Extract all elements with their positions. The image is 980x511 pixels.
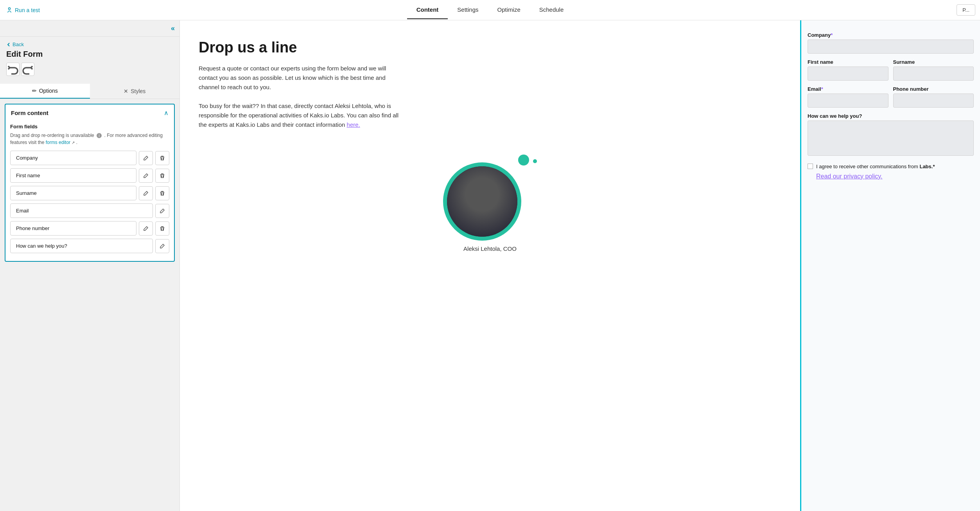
name-row: First name Surname [808,54,974,81]
edit-form-title: Edit Form [6,50,173,59]
teal-circle-tiny [533,159,537,163]
privacy-link[interactable]: Read our privacy policy. [816,173,883,180]
field-label: How can we help you? [10,239,153,253]
form-content-section: Form content ∧ Form fields Drag and drop… [5,104,175,262]
field-row-phone: Phone number [10,221,169,236]
company-field-label: Company* [808,32,974,38]
field-row-firstname: First name [10,168,169,183]
phone-label: Phone number [893,86,974,92]
person-name: Aleksi Lehtola, COO [199,245,781,252]
main-layout: « Back Edit Form [0,20,980,511]
delete-field-button[interactable] [155,221,169,236]
top-nav-tabs: Content Settings Optimize Schedule [407,1,573,19]
surname-col: Surname [893,54,974,81]
top-nav: Run a test Content Settings Optimize Sch… [0,0,980,20]
person-graphic [435,139,545,241]
sidebar-collapse: « [0,20,179,37]
field-label: Phone number [10,221,136,236]
firstname-input[interactable] [808,67,888,81]
publish-button[interactable]: P... [957,4,975,16]
center-content: Drop us a line Request a quote or contac… [180,20,800,511]
svg-point-0 [9,7,11,9]
page-heading: Drop us a line [199,39,781,56]
field-label: Company [10,151,136,165]
field-row-surname: Surname [10,186,169,200]
styles-tab[interactable]: ✕ Styles [90,84,180,99]
info-icon: i [97,133,102,138]
chevron-up-icon: ∧ [164,109,169,117]
field-label: Surname [10,186,136,200]
right-form-panel: Company* First name Surname Email* Phone… [800,20,980,511]
consent-checkbox[interactable] [808,164,813,169]
phone-col: Phone number [893,81,974,108]
form-fields-section: Form fields Drag and drop re-ordering is… [5,121,174,261]
undo-redo-group [6,63,173,76]
edit-field-button[interactable] [139,221,153,236]
firstname-label: First name [808,59,888,65]
field-row-email: Email [10,203,169,218]
sidebar-header: Back Edit Form [0,37,179,84]
email-col: Email* [808,81,888,108]
field-label: Email [10,203,153,218]
phone-input[interactable] [893,94,974,108]
firstname-col: First name [808,54,888,81]
edit-field-button[interactable] [139,169,153,183]
x-icon: ✕ [124,88,128,94]
back-link[interactable]: Back [6,41,173,47]
undo-button[interactable] [6,63,20,76]
consent-checkbox-row: I agree to receive other communications … [808,163,974,171]
delete-field-button[interactable] [155,169,169,183]
delete-field-button[interactable] [155,151,169,165]
surname-input[interactable] [893,67,974,81]
options-tab[interactable]: ✏ Options [0,84,90,99]
form-fields-desc: Drag and drop re-ordering is unavailable… [10,132,169,146]
email-phone-row: Email* Phone number [808,81,974,108]
edit-field-button[interactable] [155,239,169,253]
form-fields-title: Form fields [10,121,169,130]
delete-field-button[interactable] [155,186,169,200]
help-textarea[interactable] [808,121,974,156]
edit-field-button[interactable] [139,186,153,200]
top-nav-right: P... [957,4,975,16]
help-label: How can we help you? [808,113,974,119]
tab-optimize[interactable]: Optimize [488,1,530,19]
edit-field-button[interactable] [139,151,153,165]
tab-settings[interactable]: Settings [448,1,488,19]
pencil-icon: ✏ [32,88,37,94]
consent-text: I agree to receive other communications … [816,163,935,171]
form-content-header[interactable]: Form content ∧ [5,104,174,121]
run-test-button[interactable]: Run a test [6,7,40,13]
person-avatar [447,166,517,237]
collapse-icon[interactable]: « [171,24,175,32]
email-input[interactable] [808,94,888,108]
sidebar-tabs: ✏ Options ✕ Styles [0,84,179,99]
tab-content[interactable]: Content [407,1,448,19]
contact-paragraph: Too busy for the wait?? In that case, di… [199,101,402,130]
redo-button[interactable] [21,63,34,76]
field-label: First name [10,168,136,183]
sidebar: « Back Edit Form [0,20,180,511]
here-link[interactable]: here. [347,121,360,128]
edit-field-button[interactable] [155,204,169,218]
surname-label: Surname [893,59,974,65]
field-row-company: Company [10,151,169,165]
person-photo [447,166,517,237]
teal-circle-small [518,155,529,166]
email-label: Email* [808,86,888,92]
forms-editor-link[interactable]: forms editor [46,140,70,145]
company-input[interactable] [808,40,974,54]
field-row-help: How can we help you? [10,239,169,253]
external-link-icon: ↗ [72,140,75,145]
intro-paragraph: Request a quote or contact our experts u… [199,64,402,92]
tab-schedule[interactable]: Schedule [530,1,573,19]
